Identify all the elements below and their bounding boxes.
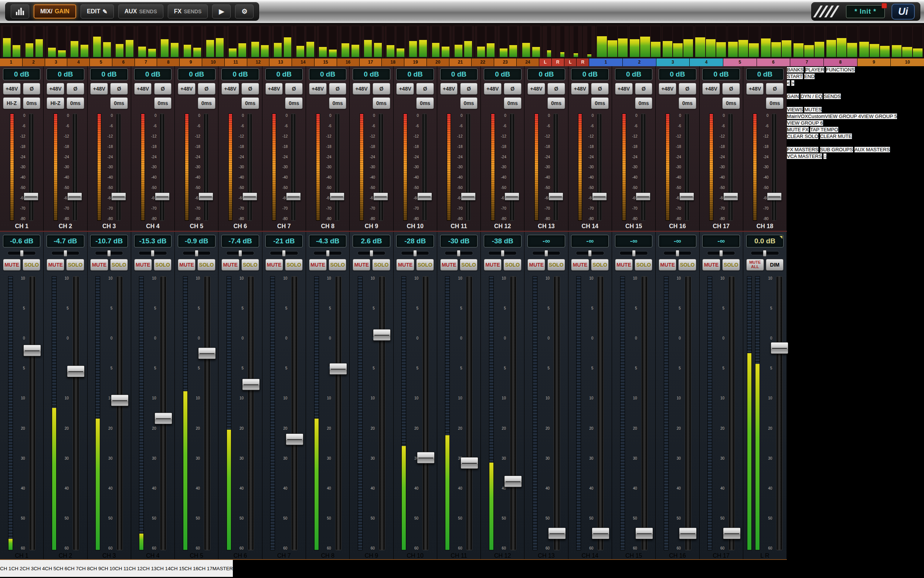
gain-fader-handle[interactable] [767, 193, 782, 201]
pan-thumb[interactable] [238, 250, 242, 257]
tab-functions[interactable]: FUNCTIONS [826, 67, 855, 73]
delay-button[interactable]: 0ms [591, 97, 609, 109]
gain-fader-handle[interactable] [243, 193, 257, 201]
mix-fader-track[interactable] [29, 276, 36, 550]
delay-button[interactable]: 0ms [679, 97, 696, 109]
pan-thumb[interactable] [195, 250, 199, 257]
phantom-48v-button[interactable]: +48V [440, 83, 458, 95]
gain-fader-track[interactable] [335, 114, 340, 221]
dyn-eq-button[interactable]: DYN / EQ [801, 94, 822, 99]
mix-db-display[interactable]: -0.9 dB [178, 235, 215, 247]
channel-tab[interactable]: CH 13 [142, 560, 157, 577]
gain-db-display[interactable]: 0 dB [309, 68, 347, 80]
channel-number[interactable]: 8 [824, 58, 857, 66]
pan-slider[interactable] [314, 251, 341, 255]
channel-number[interactable]: 4 [67, 58, 89, 66]
phantom-48v-button[interactable]: +48V [659, 83, 676, 95]
gain-fader-handle[interactable] [461, 193, 476, 201]
channel-tab[interactable]: MASTER [212, 560, 233, 577]
mute-button[interactable]: MUTE [440, 259, 458, 271]
mix-gain-button[interactable]: MIX/GAIN [34, 5, 76, 18]
mute-button[interactable]: MUTE [134, 259, 152, 271]
mix-fader-handle[interactable] [679, 528, 697, 539]
tab-banks[interactable]: BANKS [787, 67, 804, 73]
tab-player[interactable]: PLAYER [805, 67, 825, 73]
mute-button[interactable]: MUTE [615, 259, 633, 271]
mix-fader-track[interactable] [291, 276, 298, 550]
pan-slider[interactable] [707, 251, 735, 255]
gain-fader-track[interactable] [641, 114, 646, 221]
view-group-button[interactable]: VIEW GROUP 5 [861, 114, 897, 119]
phantom-48v-button[interactable]: +48V [47, 83, 64, 95]
channel-number[interactable]: 6 [112, 58, 134, 66]
clear-mute-button[interactable]: CLEAR MUTE [820, 133, 852, 139]
prev-button[interactable]: < [787, 80, 790, 86]
sub-groups-button[interactable]: SUB GROUPS [820, 147, 853, 153]
aux-sends-button[interactable]: AUXSENDS [118, 5, 163, 18]
pan-thumb[interactable] [326, 250, 330, 257]
gain-fader-track[interactable] [553, 114, 558, 221]
gain-db-display[interactable]: 0 dB [440, 68, 478, 80]
phantom-48v-button[interactable]: +48V [90, 83, 108, 95]
dim-button[interactable]: DIM [766, 259, 783, 271]
pan-thumb[interactable] [501, 250, 505, 257]
mix-fader-track[interactable] [73, 276, 79, 550]
gain-db-display[interactable]: 0 dB [265, 68, 303, 80]
channel-number[interactable]: 15 [314, 58, 337, 66]
phase-button[interactable]: Ø [198, 83, 215, 95]
phase-button[interactable]: Ø [504, 83, 521, 95]
mix-db-display[interactable]: -28 dB [396, 235, 434, 247]
channel-number[interactable]: 21 [450, 58, 472, 66]
gain-db-display[interactable]: 0 dB [746, 68, 784, 80]
gain-fader-track[interactable] [597, 114, 602, 221]
gain-fader-handle[interactable] [330, 193, 345, 201]
preset-display[interactable]: * Init * [846, 5, 885, 18]
mute-button[interactable]: MUTE [528, 259, 545, 271]
solo-button[interactable]: SOLO [722, 259, 740, 271]
gain-fader-track[interactable] [291, 114, 296, 221]
gain-fader-handle[interactable] [505, 193, 519, 201]
mix-fader-handle[interactable] [373, 329, 391, 341]
phantom-48v-button[interactable]: +48V [353, 83, 371, 95]
mix-fader-handle[interactable] [242, 379, 260, 391]
clear-solo-button[interactable]: CLEAR SOLO [787, 133, 818, 139]
mix-db-display[interactable]: -30 dB [440, 235, 478, 247]
mutes-button[interactable]: MUTES [804, 107, 822, 112]
pan-slider[interactable] [401, 251, 429, 255]
gain-fader-track[interactable] [247, 114, 252, 221]
pan-slider[interactable] [270, 251, 298, 255]
delay-button[interactable]: 0ms [285, 97, 303, 109]
channel-number[interactable]: 2 [623, 58, 656, 66]
pan-thumb[interactable] [20, 250, 24, 257]
channel-number[interactable]: 24 [517, 58, 539, 66]
mute-button[interactable]: MUTE [3, 259, 21, 271]
mix-fader-handle[interactable] [635, 528, 653, 539]
channel-number[interactable]: 22 [472, 58, 494, 66]
pan-slider[interactable] [183, 251, 211, 255]
pan-thumb[interactable] [63, 250, 67, 257]
delay-button[interactable]: 0ms [635, 97, 653, 109]
channel-number[interactable]: 17 [359, 58, 382, 66]
phantom-48v-button[interactable]: +48V [571, 83, 589, 95]
pan-slider[interactable] [532, 251, 560, 255]
channel-tab[interactable]: CH 16 [184, 560, 199, 577]
solo-button[interactable]: SOLO [591, 259, 609, 271]
phantom-48v-button[interactable]: +48V [484, 83, 502, 95]
mute-fx-button[interactable]: MUTE FX [787, 127, 809, 132]
pan-thumb[interactable] [282, 250, 286, 257]
mix-db-display[interactable]: -∞ [659, 235, 696, 247]
pan-slider[interactable] [226, 251, 254, 255]
delay-button[interactable]: 0ms [547, 97, 565, 109]
solo-button[interactable]: SOLO [241, 259, 259, 271]
pan-slider[interactable] [620, 251, 647, 255]
pan-thumb[interactable] [544, 250, 548, 257]
phase-button[interactable]: Ø [66, 83, 84, 95]
mix-db-display[interactable]: -∞ [702, 235, 740, 247]
mute-all-button[interactable]: MUTE ALL [746, 259, 764, 271]
delay-button[interactable]: 0ms [460, 97, 478, 109]
solo-button[interactable]: SOLO [460, 259, 477, 271]
mix-fader-handle[interactable] [461, 457, 478, 469]
mute-button[interactable]: MUTE [353, 259, 371, 271]
gain-view-button[interactable]: GAIN [787, 94, 799, 99]
solo-button[interactable]: SOLO [154, 259, 172, 271]
